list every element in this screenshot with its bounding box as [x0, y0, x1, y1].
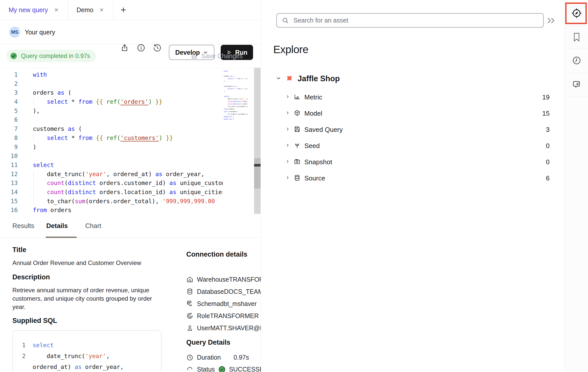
rail-assistant-button[interactable]	[565, 73, 588, 96]
app-window: My new query Demo MS Your query	[0, 0, 588, 372]
minimap-line: orders as (	[224, 75, 248, 77]
code-line[interactable]: 12 date_trunc('year', ordered_at) as ord…	[0, 170, 223, 179]
tree-item-saved_query[interactable]: Saved Query 3	[285, 121, 550, 138]
minimap-line	[224, 72, 248, 75]
connection-warehouse: WarehouseTRANSFORMING	[186, 273, 261, 285]
minimap-line: select * from {{ ref('orders') }}	[224, 77, 248, 80]
explore-heading: Explore	[273, 44, 308, 56]
chevron-right-icon[interactable]	[285, 94, 290, 100]
scrollbar-thumb[interactable]	[254, 158, 261, 189]
code-line[interactable]: 7customers as (	[0, 125, 223, 134]
tree-item-model[interactable]: Model 15	[285, 105, 550, 121]
result-tab-bar: Results Details Chart	[0, 214, 261, 238]
plus-icon	[120, 6, 127, 13]
tab-label: My new query	[9, 6, 48, 14]
new-tab-button[interactable]	[113, 0, 133, 20]
chevron-right-icon[interactable]	[285, 175, 290, 181]
rail-bookmarks-button[interactable]	[565, 26, 588, 48]
role-icon	[186, 312, 193, 319]
editor-code[interactable]: 1with23orders as (4 select * from {{ ref…	[0, 70, 223, 214]
duration-value: 0.97s	[234, 354, 249, 361]
rail-explore-button[interactable]	[565, 0, 588, 26]
chevron-down-icon[interactable]	[276, 75, 281, 82]
minimap-line: on orders.customer_id = customers.custom…	[224, 113, 248, 115]
close-icon[interactable]	[54, 7, 59, 13]
minimap-line: ),	[224, 80, 248, 82]
code-line[interactable]: 11select	[0, 161, 223, 170]
sql-line: 2 date_trunc('year',	[13, 351, 161, 362]
code-line[interactable]: 3orders as (	[0, 88, 223, 97]
chevron-right-icon[interactable]	[285, 143, 290, 149]
tree-item-snapshot[interactable]: Snapshot 0	[285, 154, 550, 170]
tree-item-count: 0	[546, 142, 550, 150]
asset-search[interactable]	[276, 13, 544, 28]
tree-item-count: 15	[542, 110, 550, 117]
tree-item-source[interactable]: Source 6	[285, 170, 550, 186]
code-line[interactable]: 14 count(distinct orders.location_id) as…	[0, 188, 223, 197]
code-line[interactable]: 16from orders	[0, 206, 223, 214]
duration-row: Duration 0.97s	[186, 354, 249, 361]
save-icon	[191, 53, 198, 60]
code-line[interactable]: 2	[0, 79, 223, 89]
tree-item-count: 3	[546, 126, 550, 134]
query-title: Your query	[25, 29, 55, 36]
close-icon[interactable]	[99, 7, 104, 13]
code-line[interactable]: 4 select * from {{ ref('orders') }}	[0, 97, 223, 107]
dbt-logo-icon	[285, 74, 293, 83]
code-line[interactable]: 5),	[0, 107, 223, 116]
minimap-line	[224, 82, 248, 85]
tab-chart[interactable]: Chart	[85, 214, 101, 238]
success-check-icon	[10, 52, 17, 60]
project-jaffle-shop[interactable]: Jaffle Shop	[276, 73, 340, 85]
minimap-line: date_trunc('year', ordered_at) as order_…	[224, 98, 248, 100]
query-status-pill: Query completed in 0.97s	[6, 50, 96, 62]
status-row: Status SUCCESSFUL	[186, 366, 261, 372]
chevron-right-icon[interactable]	[285, 127, 290, 132]
editor-minimap[interactable]: withorders as ( select * from {{ ref('or…	[224, 70, 248, 146]
query-status-row: Query completed in 0.97s Save Changes	[0, 44, 261, 68]
search-input[interactable]	[293, 17, 538, 24]
saved_query-icon	[294, 126, 301, 134]
tab-results[interactable]: Results	[12, 214, 34, 238]
tree-item-count: 0	[546, 158, 550, 166]
connection-role: RoleTRANSFORMER	[186, 310, 261, 322]
editor-scrollbar[interactable]	[254, 68, 261, 214]
save-changes-button[interactable]: Save Changes	[191, 44, 243, 68]
description-value: Retrieve annual summary of order revenue…	[12, 286, 158, 311]
scrollbar-position-mark	[254, 164, 261, 167]
code-line[interactable]: 13 count(distinct orders.customer_id) as…	[0, 179, 223, 188]
schema-icon	[186, 300, 193, 307]
minimap-line: from orders	[224, 108, 248, 110]
code-line[interactable]: 9)	[0, 143, 223, 152]
collapse-panel-button[interactable]	[547, 17, 555, 24]
title-heading: Title	[12, 246, 26, 254]
code-line[interactable]: 1with	[0, 70, 223, 79]
connection-schema: Schemadbt_mshaver	[186, 298, 261, 310]
right-icon-rail	[564, 0, 588, 372]
tab-details[interactable]: Details	[46, 214, 68, 238]
code-line[interactable]: 10	[0, 152, 223, 161]
model-icon	[294, 110, 301, 117]
code-line[interactable]: 6	[0, 115, 223, 125]
connection-text: UserMATT.SHAVER@FI	[197, 324, 261, 332]
tab-demo[interactable]: Demo	[68, 0, 114, 20]
minimap-line: join customers	[224, 110, 248, 113]
minimap-line: order by 1	[224, 118, 248, 120]
search-icon	[282, 17, 289, 24]
tree-item-metric[interactable]: Metric 19	[285, 89, 550, 105]
chevron-right-icon[interactable]	[285, 159, 290, 165]
query-tab-bar: My new query Demo	[0, 0, 261, 20]
sql-line: ordered_at) as order_year,	[13, 362, 161, 372]
tree-item-count: 6	[546, 174, 550, 182]
chevron-right-icon[interactable]	[285, 111, 290, 116]
supplied-sql-heading: Supplied SQL	[12, 317, 57, 325]
save-changes-label: Save Changes	[201, 52, 243, 60]
rail-history-button[interactable]	[565, 48, 588, 73]
sql-editor[interactable]: 1with23orders as (4 select * from {{ ref…	[0, 68, 261, 214]
code-line[interactable]: 8 select * from {{ ref('customers') }}	[0, 134, 223, 143]
minimap-line: to_char(sum(orders.order_total), '999,99…	[224, 105, 248, 108]
tab-my-new-query[interactable]: My new query	[0, 0, 68, 20]
tree-item-seed[interactable]: Seed 0	[285, 138, 550, 154]
connection-text: DatabaseDOCS_TEAM_	[197, 288, 261, 295]
code-line[interactable]: 15 to_char(sum(orders.order_total), '999…	[0, 197, 223, 206]
